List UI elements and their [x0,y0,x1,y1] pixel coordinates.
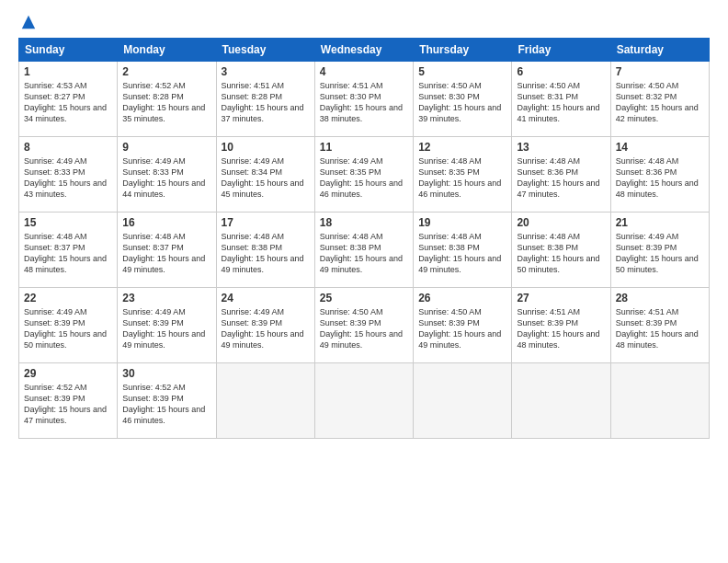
day-number: 27 [517,292,605,304]
calendar-cell: 29Sunrise: 4:52 AMSunset: 8:39 PMDayligh… [19,363,118,439]
calendar-week-row: 22Sunrise: 4:49 AMSunset: 8:39 PMDayligh… [19,288,710,363]
calendar-cell: 12Sunrise: 4:48 AMSunset: 8:35 PMDayligh… [414,137,512,213]
cell-info: Sunrise: 4:51 AMSunset: 8:28 PMDaylight:… [222,80,310,125]
cell-info: Sunrise: 4:48 AMSunset: 8:37 PMDaylight:… [122,231,210,276]
calendar-week-row: 15Sunrise: 4:48 AMSunset: 8:37 PMDayligh… [19,213,710,288]
calendar-cell: 19Sunrise: 4:48 AMSunset: 8:38 PMDayligh… [414,213,512,288]
calendar-cell: 21Sunrise: 4:49 AMSunset: 8:39 PMDayligh… [610,213,709,288]
cell-info: Sunrise: 4:48 AMSunset: 8:36 PMDaylight:… [616,155,704,201]
calendar-cell: 9Sunrise: 4:49 AMSunset: 8:33 PMDaylight… [118,137,216,213]
calendar-cell: 23Sunrise: 4:49 AMSunset: 8:39 PMDayligh… [118,288,216,363]
cell-info: Sunrise: 4:49 AMSunset: 8:39 PMDaylight:… [222,306,310,351]
calendar-cell: 2Sunrise: 4:52 AMSunset: 8:28 PMDaylight… [118,62,216,137]
cell-info: Sunrise: 4:49 AMSunset: 8:33 PMDaylight:… [24,155,112,201]
calendar-week-row: 8Sunrise: 4:49 AMSunset: 8:33 PMDaylight… [19,137,710,213]
header [18,14,710,30]
calendar-day-header: Wednesday [314,39,413,62]
cell-info: Sunrise: 4:50 AMSunset: 8:31 PMDaylight:… [517,80,605,125]
calendar-cell [610,363,709,439]
calendar-cell: 1Sunrise: 4:53 AMSunset: 8:27 PMDaylight… [19,62,118,137]
cell-info: Sunrise: 4:49 AMSunset: 8:34 PMDaylight:… [222,155,310,201]
calendar-week-row: 29Sunrise: 4:52 AMSunset: 8:39 PMDayligh… [19,363,710,439]
day-number: 2 [122,65,210,78]
cell-info: Sunrise: 4:48 AMSunset: 8:38 PMDaylight:… [517,231,605,276]
day-number: 23 [122,292,210,304]
calendar-cell [216,363,314,439]
calendar-cell: 20Sunrise: 4:48 AMSunset: 8:38 PMDayligh… [512,213,610,288]
cell-info: Sunrise: 4:51 AMSunset: 8:39 PMDaylight:… [616,306,704,351]
calendar-cell: 7Sunrise: 4:50 AMSunset: 8:32 PMDaylight… [610,62,709,137]
calendar-table: SundayMondayTuesdayWednesdayThursdayFrid… [18,38,710,439]
svg-marker-0 [22,16,35,29]
day-number: 12 [418,141,506,154]
calendar-cell: 11Sunrise: 4:49 AMSunset: 8:35 PMDayligh… [314,137,413,213]
day-number: 25 [320,292,408,304]
cell-info: Sunrise: 4:48 AMSunset: 8:38 PMDaylight:… [222,231,310,276]
page: SundayMondayTuesdayWednesdayThursdayFrid… [0,0,728,563]
day-number: 20 [517,216,605,229]
calendar-cell: 16Sunrise: 4:48 AMSunset: 8:37 PMDayligh… [118,213,216,288]
day-number: 14 [616,141,704,154]
calendar-cell [314,363,413,439]
calendar-cell: 18Sunrise: 4:48 AMSunset: 8:38 PMDayligh… [314,213,413,288]
cell-info: Sunrise: 4:48 AMSunset: 8:38 PMDaylight:… [418,231,506,276]
calendar-day-header: Saturday [610,39,709,62]
calendar-cell: 27Sunrise: 4:51 AMSunset: 8:39 PMDayligh… [512,288,610,363]
day-number: 1 [24,65,112,78]
cell-info: Sunrise: 4:51 AMSunset: 8:30 PMDaylight:… [320,80,408,125]
day-number: 17 [222,216,310,229]
calendar-cell: 26Sunrise: 4:50 AMSunset: 8:39 PMDayligh… [414,288,512,363]
cell-info: Sunrise: 4:48 AMSunset: 8:36 PMDaylight:… [517,155,605,201]
cell-info: Sunrise: 4:48 AMSunset: 8:35 PMDaylight:… [418,155,506,201]
calendar-day-header: Thursday [414,39,512,62]
calendar-cell: 17Sunrise: 4:48 AMSunset: 8:38 PMDayligh… [216,213,314,288]
day-number: 11 [320,141,408,154]
day-number: 13 [517,141,605,154]
cell-info: Sunrise: 4:50 AMSunset: 8:39 PMDaylight:… [418,306,506,351]
day-number: 10 [222,141,310,154]
calendar-cell: 14Sunrise: 4:48 AMSunset: 8:36 PMDayligh… [610,137,709,213]
calendar-cell: 30Sunrise: 4:52 AMSunset: 8:39 PMDayligh… [118,363,216,439]
day-number: 3 [222,65,310,78]
calendar-cell: 5Sunrise: 4:50 AMSunset: 8:30 PMDaylight… [414,62,512,137]
logo-icon [20,14,37,30]
cell-info: Sunrise: 4:49 AMSunset: 8:39 PMDaylight:… [616,231,704,276]
day-number: 28 [616,292,704,304]
calendar-day-header: Monday [118,39,216,62]
calendar-day-header: Tuesday [216,39,314,62]
day-number: 26 [418,292,506,304]
cell-info: Sunrise: 4:50 AMSunset: 8:30 PMDaylight:… [418,80,506,125]
calendar-cell: 6Sunrise: 4:50 AMSunset: 8:31 PMDaylight… [512,62,610,137]
cell-info: Sunrise: 4:49 AMSunset: 8:35 PMDaylight:… [320,155,408,201]
calendar-cell: 8Sunrise: 4:49 AMSunset: 8:33 PMDaylight… [19,137,118,213]
day-number: 22 [24,292,112,304]
day-number: 16 [122,216,210,229]
cell-info: Sunrise: 4:49 AMSunset: 8:39 PMDaylight:… [24,306,112,351]
cell-info: Sunrise: 4:48 AMSunset: 8:38 PMDaylight:… [320,231,408,276]
day-number: 4 [320,65,408,78]
calendar-cell: 24Sunrise: 4:49 AMSunset: 8:39 PMDayligh… [216,288,314,363]
calendar-cell: 28Sunrise: 4:51 AMSunset: 8:39 PMDayligh… [610,288,709,363]
calendar-cell [512,363,610,439]
calendar-day-header: Sunday [19,39,118,62]
day-number: 15 [24,216,112,229]
cell-info: Sunrise: 4:49 AMSunset: 8:33 PMDaylight:… [122,155,210,201]
day-number: 18 [320,216,408,229]
day-number: 19 [418,216,506,229]
calendar-cell [414,363,512,439]
cell-info: Sunrise: 4:52 AMSunset: 8:28 PMDaylight:… [122,80,210,125]
day-number: 5 [418,65,506,78]
cell-info: Sunrise: 4:51 AMSunset: 8:39 PMDaylight:… [517,306,605,351]
cell-info: Sunrise: 4:50 AMSunset: 8:32 PMDaylight:… [616,80,704,125]
cell-info: Sunrise: 4:48 AMSunset: 8:37 PMDaylight:… [24,231,112,276]
day-number: 21 [616,216,704,229]
calendar-cell: 10Sunrise: 4:49 AMSunset: 8:34 PMDayligh… [216,137,314,213]
cell-info: Sunrise: 4:53 AMSunset: 8:27 PMDaylight:… [24,80,112,125]
day-number: 6 [517,65,605,78]
day-number: 7 [616,65,704,78]
calendar-day-header: Friday [512,39,610,62]
cell-info: Sunrise: 4:50 AMSunset: 8:39 PMDaylight:… [320,306,408,351]
day-number: 29 [24,367,112,380]
day-number: 24 [222,292,310,304]
day-number: 8 [24,141,112,154]
